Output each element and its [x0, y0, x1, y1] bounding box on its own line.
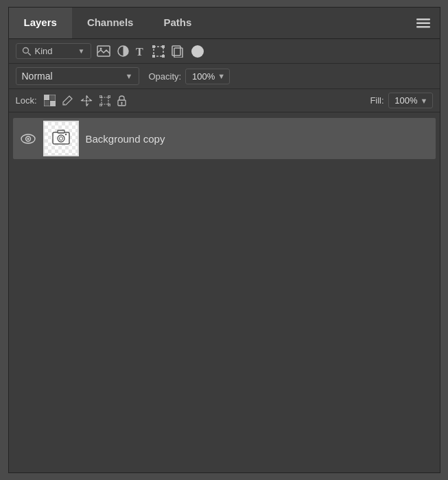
- lock-row: Lock:: [9, 89, 440, 112]
- svg-text:T: T: [136, 46, 143, 57]
- search-icon: [22, 47, 31, 56]
- svg-point-37: [64, 133, 66, 134]
- opacity-value: 100%: [190, 71, 215, 82]
- svg-rect-26: [108, 104, 110, 106]
- filter-toolbar: Kind ▼ T: [9, 39, 440, 64]
- filter-icons: T: [97, 45, 183, 58]
- lock-brush-icon[interactable]: [62, 95, 73, 106]
- layers-panel: Layers Channels Paths Kind ▼: [8, 7, 440, 473]
- adjustment-filter-icon[interactable]: [117, 45, 129, 57]
- hamburger-icon: [416, 19, 430, 28]
- fill-label: Fill:: [370, 95, 384, 106]
- smart-object-icon: [51, 129, 71, 149]
- filter-dot[interactable]: [191, 45, 204, 58]
- lock-artboard-icon[interactable]: [99, 95, 110, 106]
- svg-point-3: [23, 48, 28, 53]
- kind-dropdown[interactable]: Kind ▼: [16, 43, 91, 59]
- svg-rect-15: [174, 48, 182, 58]
- opacity-arrow: ▼: [217, 72, 225, 80]
- panel-menu-button[interactable]: [407, 8, 440, 38]
- table-row[interactable]: Background copy: [13, 118, 436, 159]
- svg-rect-1: [416, 22, 430, 24]
- text-filter-icon[interactable]: T: [136, 45, 145, 57]
- image-filter-icon[interactable]: [97, 45, 110, 57]
- svg-rect-16: [44, 95, 49, 100]
- svg-point-6: [99, 48, 102, 50]
- svg-rect-12: [152, 55, 155, 58]
- opacity-input[interactable]: 100% ▼: [185, 69, 230, 84]
- layer-visibility-toggle[interactable]: [20, 134, 36, 144]
- lock-all-icon[interactable]: [117, 95, 126, 106]
- lock-move-icon[interactable]: [80, 95, 93, 107]
- smart-object-filter-icon[interactable]: [172, 45, 183, 58]
- svg-rect-0: [416, 19, 430, 21]
- fill-value: 100%: [393, 95, 418, 106]
- svg-point-21: [85, 99, 87, 101]
- eye-icon: [21, 134, 36, 144]
- svg-rect-17: [50, 95, 56, 100]
- blend-mode-arrow: ▼: [126, 72, 133, 80]
- svg-rect-9: [154, 47, 163, 56]
- lock-icons: [44, 95, 126, 107]
- layer-name: Background copy: [86, 133, 165, 145]
- fill-section: Fill: 100% ▼: [370, 93, 432, 108]
- tab-paths[interactable]: Paths: [148, 8, 207, 38]
- layers-list: Background copy: [9, 112, 440, 472]
- kind-dropdown-arrow: ▼: [78, 47, 85, 55]
- svg-rect-11: [162, 45, 165, 48]
- tab-layers[interactable]: Layers: [9, 8, 72, 38]
- svg-rect-25: [99, 104, 102, 106]
- tab-channels[interactable]: Channels: [72, 8, 149, 38]
- tab-bar: Layers Channels Paths: [9, 8, 440, 39]
- shape-filter-icon[interactable]: [152, 45, 165, 58]
- blend-mode-label: Normal: [22, 71, 53, 82]
- fill-input[interactable]: 100% ▼: [388, 93, 433, 108]
- layer-thumbnail: [43, 121, 79, 156]
- svg-rect-34: [58, 130, 64, 133]
- blend-mode-row: Normal ▼ Opacity: 100% ▼: [9, 64, 440, 89]
- lock-label: Lock:: [16, 95, 37, 106]
- svg-rect-23: [99, 95, 102, 97]
- svg-point-32: [27, 138, 29, 140]
- svg-rect-10: [152, 45, 155, 48]
- svg-rect-13: [162, 55, 165, 58]
- svg-rect-14: [172, 46, 180, 56]
- lock-pixels-icon[interactable]: [44, 95, 56, 106]
- svg-point-28: [121, 101, 122, 103]
- fill-arrow: ▼: [421, 97, 428, 105]
- kind-label: Kind: [35, 46, 53, 56]
- svg-rect-2: [416, 26, 430, 28]
- opacity-label: Opacity:: [149, 71, 182, 82]
- svg-line-4: [28, 53, 31, 56]
- svg-rect-19: [50, 101, 56, 106]
- svg-rect-22: [102, 97, 108, 104]
- blend-mode-dropdown[interactable]: Normal ▼: [16, 67, 139, 85]
- svg-rect-24: [108, 95, 110, 97]
- svg-rect-18: [44, 101, 49, 106]
